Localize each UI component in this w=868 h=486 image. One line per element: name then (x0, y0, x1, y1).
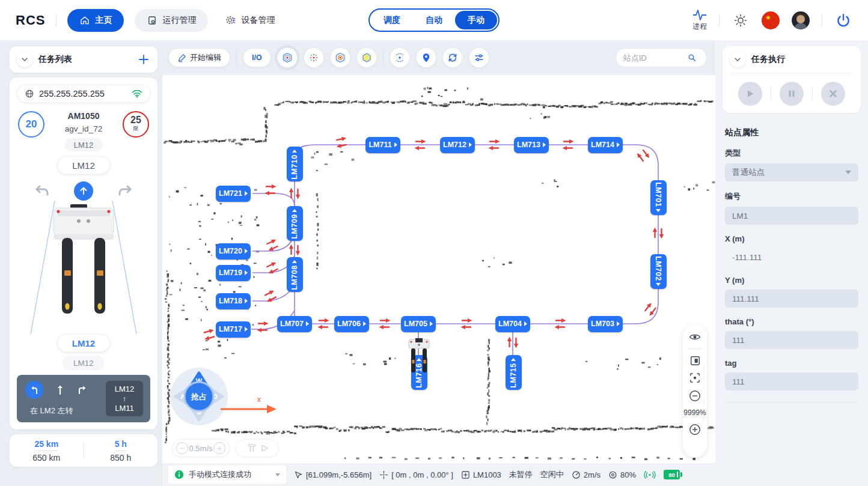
field-label: 编号 (725, 191, 858, 202)
station-lm703[interactable]: LM703 (588, 316, 623, 332)
station-lm711[interactable]: LM711 (365, 137, 400, 153)
center-focus-button[interactable] (689, 372, 700, 383)
station-lm715[interactable]: LM715 (506, 355, 522, 390)
station-lm717[interactable]: LM717 (216, 321, 251, 338)
field-label: thata (°) (725, 317, 858, 326)
distance-total: 650 km (32, 453, 60, 463)
zoom-in-button[interactable] (689, 424, 701, 436)
station-lm705[interactable]: LM705 (401, 316, 436, 332)
io-button[interactable]: I/O (243, 48, 271, 67)
field-thata: thata (°)111 (725, 317, 858, 349)
main-area: 任务列表 255.255.255.255 20 AM1050 agv_id_72… (0, 40, 868, 486)
user-avatar[interactable] (792, 11, 810, 29)
redo-arrow-icon[interactable] (117, 184, 133, 198)
play-task-button[interactable] (738, 82, 762, 106)
mode-auto[interactable]: 自动 (413, 11, 455, 29)
zoom-out-button[interactable] (689, 390, 701, 402)
station-lm701[interactable]: LM701 (650, 180, 667, 215)
language-flag-button[interactable]: ★ (762, 11, 780, 29)
station-lm709[interactable]: LM709 (287, 206, 303, 241)
station-search-input[interactable] (623, 53, 683, 62)
start-edit-button[interactable]: 开始编辑 (168, 48, 230, 67)
mode-toggle: 调度 自动 手动 (368, 8, 500, 32)
station-lm706[interactable]: LM706 (334, 316, 369, 332)
forward-button[interactable] (74, 181, 93, 201)
turn-right-icon (77, 384, 88, 395)
pause-task-button[interactable] (780, 82, 804, 106)
lidar-button[interactable] (390, 47, 410, 68)
field-value[interactable]: LM1 (725, 207, 858, 225)
station-pill: LM12 (57, 156, 110, 174)
status-message: 手动模式连接成功 (189, 469, 270, 480)
nav-home[interactable]: 主页 (67, 9, 124, 32)
field-value: -111.111 (725, 248, 858, 266)
add-task-button[interactable] (137, 53, 150, 66)
field-value[interactable]: 普通站点 (725, 163, 858, 181)
agv-model: AM1050 (68, 111, 100, 121)
direction-triangle-icon (511, 358, 516, 361)
collapse-task-list-button[interactable] (17, 52, 32, 67)
filter-button[interactable] (469, 47, 489, 68)
layer-pointcloud-button[interactable] (304, 47, 324, 68)
mode-manual[interactable]: 手动 (455, 11, 497, 29)
divider (719, 14, 720, 26)
fork-control[interactable] (236, 439, 279, 457)
direction-triangle-icon (292, 260, 297, 263)
speed-plus-button[interactable]: + (213, 442, 225, 454)
layer-station-button[interactable] (277, 47, 298, 68)
layer-zone-button[interactable] (356, 47, 377, 68)
search-icon[interactable] (687, 53, 697, 62)
speed-minus-button[interactable]: − (176, 442, 188, 454)
status-message-select[interactable]: 手动模式连接成功 (168, 466, 286, 484)
map-robot-icon[interactable] (406, 338, 432, 377)
collapse-task-exec-button[interactable] (730, 52, 745, 67)
field-label: Y (m) (725, 276, 858, 285)
direction-triangle-icon (306, 321, 309, 326)
refresh-button[interactable] (442, 47, 463, 68)
direction-triangle-icon (617, 321, 620, 326)
map-canvas[interactable]: LM711LM712LM713LM714LM710LM721LM709LM720… (162, 75, 715, 463)
signal-status (644, 470, 656, 479)
station-lm719[interactable]: LM719 (216, 265, 251, 281)
map-section: 开始编辑 I/O LM711LM712LM713LM714LM710LM721L… (162, 40, 715, 486)
minimap-button[interactable] (690, 356, 700, 366)
station-lm721[interactable]: LM721 (216, 186, 251, 202)
power-button[interactable] (834, 11, 852, 29)
nav-operations[interactable]: 运行管理 (135, 9, 208, 32)
cancel-task-button[interactable] (821, 82, 845, 106)
field-value[interactable]: 111 (725, 331, 858, 349)
station-lm710[interactable]: LM710 (287, 147, 303, 181)
station-lm708[interactable]: LM708 (287, 257, 303, 292)
turn-instruction: 在 LM2 左转 (24, 404, 100, 416)
station-label: LM712 (443, 141, 466, 149)
station-lm714[interactable]: LM714 (588, 137, 623, 153)
agv-ip: 255.255.255.255 (39, 89, 105, 99)
field-value[interactable]: 111 (725, 372, 858, 390)
layer-target-button[interactable] (330, 47, 350, 68)
cursor-position-value: [61.099m,-5.656m] (306, 470, 371, 479)
battery-charge-mark (677, 472, 679, 478)
station-lm712[interactable]: LM712 (440, 137, 475, 153)
forklift-view (17, 201, 150, 334)
route-arrow: ↑ (123, 394, 127, 403)
station-lm704[interactable]: LM704 (495, 316, 530, 332)
field-value[interactable]: 111.111 (725, 290, 858, 308)
station-lm707[interactable]: LM707 (277, 316, 312, 332)
process-button[interactable]: 进程 (692, 9, 707, 32)
station-lm713[interactable]: LM713 (514, 137, 549, 153)
undo-arrow-icon[interactable] (34, 184, 50, 198)
nav-devices[interactable]: 设备管理 (219, 9, 281, 32)
station-label: LM706 (337, 320, 361, 328)
station-lm720[interactable]: LM720 (216, 243, 251, 260)
visibility-eye-button[interactable] (689, 332, 701, 342)
locate-button[interactable] (416, 47, 436, 68)
mode-dispatch[interactable]: 调度 (371, 11, 413, 29)
agv-card: 255.255.255.255 20 AM1050 agv_id_72 LM12… (10, 77, 157, 430)
agv-ip-row[interactable]: 255.255.255.255 (17, 85, 150, 103)
station-lm702[interactable]: LM702 (650, 254, 667, 289)
station-lm718[interactable]: LM718 (216, 293, 251, 309)
pointer-icon (294, 470, 303, 479)
station-label: LM708 (290, 265, 299, 290)
theme-sun-button[interactable] (732, 11, 750, 29)
direction-triangle-icon (656, 209, 661, 212)
